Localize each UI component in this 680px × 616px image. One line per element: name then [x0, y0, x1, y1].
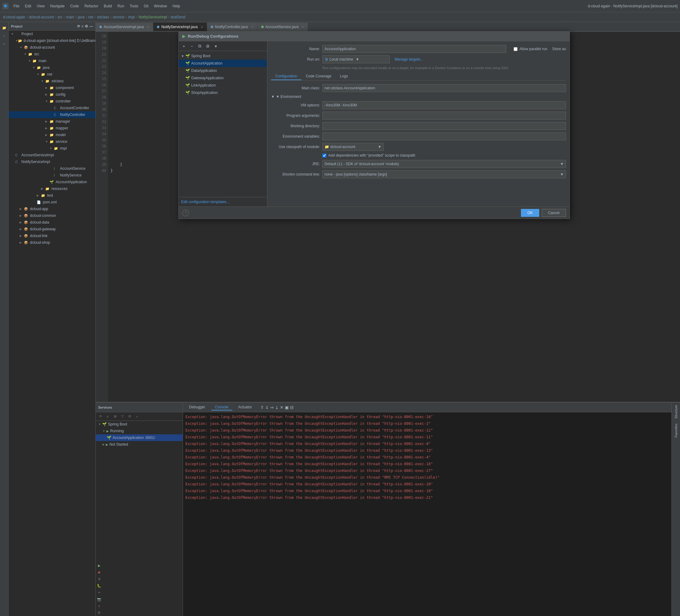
svc-bottom-icon-3[interactable]: ⏸ [96, 576, 103, 582]
tree-item[interactable]: ▼📁main [8, 57, 95, 64]
services-tree-item[interactable]: 🌱AccountApplication :8001/ [96, 434, 182, 441]
edit-templates-link[interactable]: Edit configuration templates... [179, 197, 267, 206]
run-on-dropdown-icon[interactable]: ▼ [356, 57, 359, 61]
project-sync-icon[interactable]: ⟳ [77, 24, 80, 28]
jre-dropdown-icon[interactable]: ▼ [560, 162, 564, 166]
main-class-input[interactable] [322, 84, 566, 92]
tree-item[interactable]: ▼📁net [8, 71, 95, 78]
menu-bar[interactable]: File Edit View Navigate Code Refactor Bu… [11, 3, 182, 9]
remove-config-button[interactable]: − [189, 43, 195, 50]
menu-code[interactable]: Code [67, 3, 81, 9]
tree-item[interactable]: CAccountController [8, 105, 95, 111]
tab-notify-service-impl[interactable]: NotifyServiceImpl.java ✕ [153, 23, 207, 31]
menu-tools[interactable]: Tools [127, 3, 141, 9]
project-settings-icon[interactable]: ⚙ [85, 24, 88, 28]
breadcrumb-module[interactable]: dcloud-account [29, 15, 54, 19]
tab-close-icon[interactable]: ✕ [251, 25, 254, 29]
tree-item[interactable]: ▶📦dcloud-gateway [8, 226, 95, 232]
menu-help[interactable]: Help [170, 3, 182, 9]
project-panel-toggle[interactable]: 📁 [1, 25, 8, 31]
svc-bottom-icon-1[interactable]: ▶ [96, 562, 103, 569]
run-on-select[interactable]: 🖥 Local machine ▼ [322, 55, 390, 63]
tree-item[interactable]: ▼📁java [8, 64, 95, 71]
menu-build[interactable]: Build [101, 3, 114, 9]
add-deps-checkbox[interactable] [322, 153, 327, 158]
console-tab-debugger[interactable]: Debugger [186, 404, 209, 411]
tab-close-icon[interactable]: ✕ [201, 25, 203, 29]
tree-item[interactable]: 📄pom.xml [8, 199, 95, 205]
breadcrumb-net[interactable]: net [88, 15, 93, 19]
breadcrumb-impl[interactable]: impl [128, 15, 135, 19]
breadcrumb-java[interactable]: java [78, 15, 84, 19]
svc-group-icon[interactable]: ⊞ [112, 413, 118, 420]
menu-run[interactable]: Run [115, 3, 126, 9]
commit-icon[interactable]: ✓ [1, 32, 8, 39]
jre-select[interactable]: Default (11 - SDK of 'dcloud-account' mo… [322, 160, 566, 168]
favorites-label[interactable]: Favorites [674, 421, 678, 440]
menu-view[interactable]: View [34, 3, 47, 9]
structure-label[interactable]: Structure [674, 402, 678, 421]
dialog-tree-item[interactable]: 🌱DataApplication [179, 67, 267, 74]
svc-list-icon[interactable]: ≡ [104, 413, 111, 420]
tab-configuration[interactable]: Configuration [271, 73, 301, 80]
tree-item[interactable]: ▶📁test [8, 192, 95, 199]
tree-item[interactable]: ▼📁controller [8, 98, 95, 105]
svc-bottom-icon-4[interactable]: 🐛 [96, 582, 103, 589]
filter-config-button[interactable]: ▾ [212, 43, 219, 50]
svc-bottom-icon-5[interactable]: ✏ [96, 589, 103, 596]
tree-item[interactable]: CNotifyController [8, 111, 95, 118]
tree-item[interactable]: CNotifyServiceImpl [8, 159, 95, 165]
console-tab-actuator[interactable]: Actuator [235, 404, 256, 411]
svc-add-icon[interactable]: + [134, 413, 140, 420]
menu-navigate[interactable]: Navigate [48, 3, 67, 9]
tree-item[interactable]: ▶📁manager [8, 118, 95, 125]
services-tree-item[interactable]: ▶▶Not Started [96, 441, 182, 448]
svc-bottom-icon-8[interactable]: ⚙ [96, 609, 103, 616]
svc-settings-icon[interactable]: ⚙ [126, 413, 133, 420]
tree-item[interactable]: ▶📁resources [8, 185, 95, 192]
tree-item[interactable]: CAccountServiceImpl [8, 152, 95, 159]
run-debug-dialog[interactable]: ▶ Run/Debug Configurations + − ⧉ ⚙ ▾ ▼🌱S… [178, 31, 570, 219]
console-icon-4[interactable]: ⤓ [275, 405, 279, 410]
tree-item[interactable]: ▼📁service [8, 138, 95, 145]
menu-file[interactable]: File [11, 3, 22, 9]
allow-parallel-checkbox[interactable] [514, 47, 517, 51]
tree-item[interactable]: INotifyService [8, 172, 95, 178]
menu-git[interactable]: Git [141, 3, 151, 9]
breadcrumb-src[interactable]: src [57, 15, 62, 19]
program-args-input[interactable] [322, 112, 566, 120]
dialog-tree-item[interactable]: 🌱AccountApplication [179, 60, 267, 67]
breadcrumb-class[interactable]: NotifyServiceImpl [139, 15, 167, 19]
tree-item[interactable]: IAccountService [8, 165, 95, 172]
menu-edit[interactable]: Edit [22, 3, 34, 9]
project-collapse-icon[interactable]: ≡ [81, 24, 84, 28]
console-tab-console[interactable]: Console [211, 404, 232, 411]
copy-config-button[interactable]: ⧉ [196, 43, 203, 50]
tree-item[interactable]: ▼📦dcloud-account [8, 44, 95, 51]
tree-item[interactable]: ▶📁model [8, 132, 95, 138]
console-icon-7[interactable]: ⊟ [290, 405, 294, 410]
tree-item[interactable]: ▶📁component [8, 84, 95, 91]
tree-item[interactable]: ▼📁xdclass [8, 78, 95, 84]
svc-filter-icon[interactable]: ▽ [119, 413, 126, 420]
tree-item[interactable]: ▶📁mapper [8, 125, 95, 132]
vm-options-input[interactable] [322, 101, 566, 109]
svc-refresh-icon[interactable]: ⟳ [97, 413, 104, 420]
services-tree-item[interactable]: ▼🌱Spring Boot [96, 421, 182, 428]
name-input[interactable] [322, 45, 506, 53]
dialog-tree-item[interactable]: 🌱ShopApplication [179, 89, 267, 96]
svc-bottom-icon-2[interactable]: ■ [96, 569, 103, 576]
tree-item[interactable]: ▼📁src [8, 51, 95, 57]
breadcrumb-xdclass[interactable]: xdclass [97, 15, 109, 19]
project-panel-toolbar[interactable]: ⟳ ≡ ⚙ — [77, 24, 93, 28]
tree-item[interactable]: ▶📦dcloud-shop [8, 239, 95, 246]
tree-item[interactable]: ▼📂d-cloud-again [dcloud-short-link] D:\J… [8, 37, 95, 44]
tree-item[interactable]: 🌱AccountApplication [8, 178, 95, 185]
tree-item[interactable]: ▶📦dcloud-app [8, 205, 95, 212]
menu-refactor[interactable]: Refactor [82, 3, 101, 9]
tab-logs[interactable]: Logs [336, 73, 352, 80]
working-dir-input[interactable] [322, 122, 566, 130]
ok-button[interactable]: OK [521, 209, 539, 217]
breadcrumb-service[interactable]: service [113, 15, 124, 19]
services-tree-item[interactable]: ▼▶Running [96, 428, 182, 434]
